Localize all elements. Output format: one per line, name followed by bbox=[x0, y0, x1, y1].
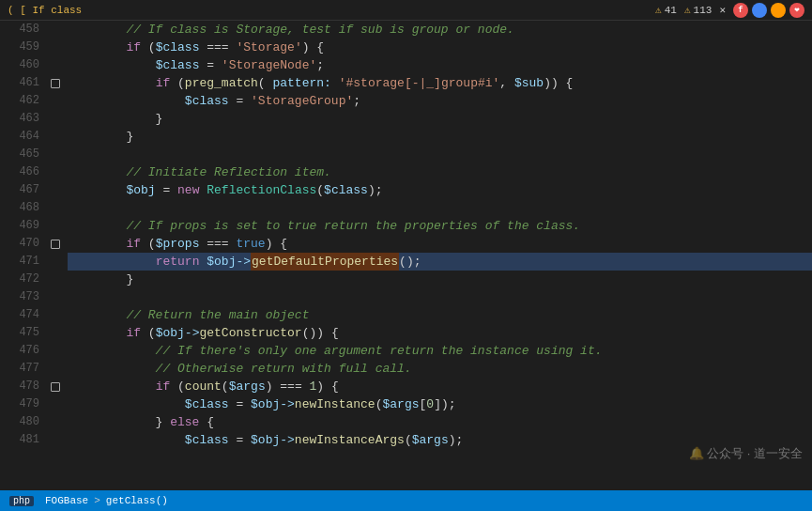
code-line: // Return the main object bbox=[68, 306, 812, 324]
file-type-badge: php bbox=[9, 496, 34, 506]
bookmark-row bbox=[47, 39, 64, 56]
code-line: if (count($args) === 1) { bbox=[68, 378, 812, 395]
token: = bbox=[156, 181, 177, 199]
breadcrumb: php FOGBase > getClass() bbox=[9, 495, 168, 506]
token: '#storage[-|_]group#i' bbox=[339, 74, 500, 92]
line-number: 478 bbox=[11, 378, 39, 395]
token: if bbox=[126, 324, 141, 342]
token: [ bbox=[420, 395, 427, 413]
token: $obj-> bbox=[251, 395, 295, 413]
line-number: 468 bbox=[11, 199, 39, 217]
token: newInstance bbox=[295, 395, 375, 413]
token bbox=[68, 39, 126, 56]
top-bar-title: ( [ If class bbox=[8, 5, 82, 16]
bookmark-row bbox=[47, 92, 64, 110]
token: if bbox=[126, 39, 141, 56]
code-line: // If class is Storage, test if sub is g… bbox=[68, 21, 812, 39]
bookmark-row bbox=[47, 271, 64, 288]
browser-icon-2[interactable] bbox=[752, 3, 767, 18]
code-line: $obj = new ReflectionClass($class); bbox=[68, 181, 812, 199]
code-line: if (preg_match( pattern: '#storage[-|_]g… bbox=[68, 74, 812, 92]
token: $obj-> bbox=[156, 324, 200, 342]
line-number: 469 bbox=[11, 217, 39, 235]
token: ( bbox=[258, 74, 273, 92]
token: $obj-> bbox=[207, 253, 251, 271]
browser-icon-4[interactable]: ❤ bbox=[789, 3, 804, 18]
token bbox=[68, 56, 156, 74]
token: ReflectionClass bbox=[207, 181, 316, 199]
line-number: 481 bbox=[11, 431, 39, 449]
token: ( bbox=[375, 395, 383, 413]
token bbox=[199, 253, 207, 271]
bookmark-row bbox=[47, 217, 64, 235]
code-area[interactable]: // If class is Storage, test if sub is g… bbox=[64, 21, 812, 490]
code-line: if ($class === 'Storage') { bbox=[68, 39, 812, 56]
errors-badge[interactable]: ⚠ 113 bbox=[684, 4, 712, 16]
close-badge[interactable]: ✕ bbox=[719, 4, 726, 16]
errors-count: 113 bbox=[694, 5, 712, 16]
line-number: 464 bbox=[11, 128, 39, 146]
line-number: 471 bbox=[11, 253, 39, 271]
token: // Otherwise return with full call. bbox=[68, 360, 412, 378]
warning-icon: ⚠ bbox=[655, 4, 662, 16]
bookmark-row bbox=[47, 306, 64, 324]
token: $obj bbox=[126, 181, 155, 199]
error-icon: ⚠ bbox=[684, 4, 691, 16]
bookmarks bbox=[47, 21, 64, 490]
token: 1 bbox=[310, 378, 317, 395]
code-line: if ($props === true) { bbox=[68, 235, 812, 253]
bookmark-row bbox=[47, 199, 64, 217]
token: = bbox=[229, 431, 251, 449]
code-line bbox=[68, 288, 812, 306]
token: ) { bbox=[266, 235, 287, 253]
token: $class bbox=[185, 431, 229, 449]
bookmark-row bbox=[47, 324, 64, 342]
code-line: $class = $obj->newInstance($args[0]); bbox=[68, 395, 812, 413]
token: ) === bbox=[266, 378, 310, 395]
token: $class bbox=[156, 39, 200, 56]
line-number: 465 bbox=[11, 146, 39, 163]
bookmark-row bbox=[47, 235, 64, 253]
line-number: 473 bbox=[11, 288, 39, 306]
bookmark-row bbox=[47, 253, 64, 271]
bookmark-icon bbox=[51, 240, 60, 249]
bookmark-row bbox=[47, 163, 64, 181]
token: $args bbox=[412, 431, 449, 449]
token: $args bbox=[229, 378, 266, 395]
line-number: 470 bbox=[11, 235, 39, 253]
bookmark-row bbox=[47, 360, 64, 378]
line-number: 474 bbox=[11, 306, 39, 324]
token: } bbox=[68, 128, 133, 146]
top-bar-right: ⚠ 41 ⚠ 113 ✕ f ❤ bbox=[655, 3, 804, 18]
token bbox=[68, 92, 185, 110]
bookmark-row bbox=[47, 378, 64, 395]
token: preg_match bbox=[185, 74, 258, 92]
code-line: // If there's only one argument return t… bbox=[68, 342, 812, 360]
token: $sub bbox=[514, 74, 544, 92]
line-numbers: 4584594604614624634644654664674684694704… bbox=[0, 21, 47, 490]
code-line bbox=[68, 199, 812, 217]
line-number: 462 bbox=[11, 92, 39, 110]
token: ; bbox=[353, 92, 360, 110]
token: = bbox=[229, 92, 251, 110]
token: getConstructor bbox=[199, 324, 301, 342]
line-number: 463 bbox=[11, 110, 39, 128]
code-line bbox=[68, 146, 812, 163]
browser-icon-1[interactable]: f bbox=[733, 3, 748, 18]
token: ); bbox=[449, 431, 464, 449]
token: $props bbox=[156, 235, 200, 253]
browser-icons: f ❤ bbox=[733, 3, 804, 18]
code-line: // If props is set to true return the pr… bbox=[68, 217, 812, 235]
line-number: 459 bbox=[11, 39, 39, 56]
token bbox=[68, 74, 156, 92]
token: return bbox=[156, 253, 200, 271]
token: $class bbox=[185, 92, 229, 110]
token bbox=[199, 181, 207, 199]
line-number: 472 bbox=[11, 271, 39, 288]
token bbox=[68, 324, 126, 342]
token: } bbox=[68, 271, 133, 288]
breadcrumb-part2: getClass() bbox=[106, 495, 168, 506]
warnings-badge[interactable]: ⚠ 41 bbox=[655, 4, 677, 16]
browser-icon-3[interactable] bbox=[771, 3, 786, 18]
token: = bbox=[199, 56, 221, 74]
